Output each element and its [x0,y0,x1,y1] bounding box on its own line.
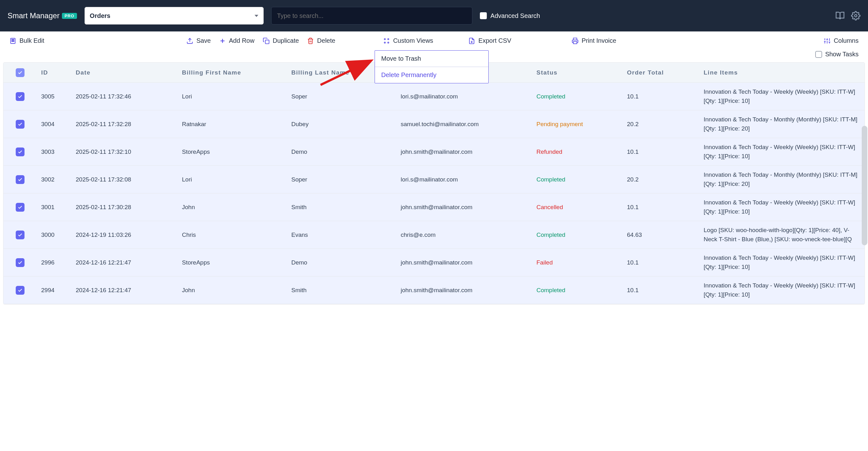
brand: Smart Manager PRO [7,11,77,20]
cell-status: Completed [532,176,623,183]
row-checkbox[interactable] [3,286,37,295]
show-tasks-toggle[interactable]: Show Tasks [815,51,859,58]
table-row[interactable]: 2996 2024-12-16 12:21:47 StoreApps Demo … [3,249,865,277]
table-row[interactable]: 2994 2024-12-16 12:21:47 John Smith john… [3,277,865,304]
chevron-down-icon [254,15,258,17]
cell-date: 2025-02-11 17:30:28 [71,204,178,211]
cell-lname: Evans [287,231,396,238]
bulk-edit-icon [9,37,16,44]
col-date[interactable]: Date [71,69,178,76]
cell-date: 2024-12-19 11:03:26 [71,231,178,238]
columns-button[interactable]: Columns [824,37,859,44]
cell-fname: Chris [178,231,287,238]
table-row[interactable]: 3004 2025-02-11 17:32:28 Ratnakar Dubey … [3,110,865,138]
cell-items: Logo [SKU: woo-hoodie-with-logo][Qty: 1]… [699,222,865,248]
cell-id: 2996 [37,259,71,266]
row-checkbox[interactable] [3,92,37,101]
cell-date: 2025-02-11 17:32:46 [71,93,178,100]
printer-icon [572,37,579,44]
svg-point-11 [388,42,389,43]
table-body: 3005 2025-02-11 17:32:46 Lori Soper lori… [3,83,865,304]
table-row[interactable]: 3002 2025-02-11 17:32:08 Lori Soper lori… [3,166,865,193]
scrollbar[interactable] [862,126,867,245]
cell-email: samuel.tochi@mailinator.com [396,121,532,128]
row-checkbox[interactable] [3,120,37,129]
table-row[interactable]: 3005 2025-02-11 17:32:46 Lori Soper lori… [3,83,865,110]
cell-lname: Demo [287,148,396,156]
delete-dropdown: Move to Trash Delete Permanently [375,50,489,83]
entity-select[interactable]: Orders [85,7,264,25]
cell-status: Completed [532,93,623,100]
cell-email: lori.s@mailinator.com [396,176,532,183]
cell-date: 2025-02-11 17:32:10 [71,148,178,156]
cell-status: Failed [532,259,623,266]
delete-button[interactable]: Delete [307,37,335,44]
trash-icon [307,37,314,44]
cell-date: 2024-12-16 12:21:47 [71,287,178,294]
col-status[interactable]: Status [532,69,623,76]
advanced-search-label: Advanced Search [491,11,540,21]
cell-id: 3003 [37,148,71,156]
gear-icon[interactable] [851,11,861,21]
row-checkbox[interactable] [3,258,37,267]
cell-fname: John [178,204,287,211]
svg-point-8 [384,38,385,39]
show-tasks-checkbox[interactable] [815,51,822,58]
orders-table: ID Date Billing First Name Billing Last … [3,62,865,305]
row-checkbox[interactable] [3,175,37,184]
table-row[interactable]: 3000 2024-12-19 11:03:26 Chris Evans chr… [3,221,865,249]
cell-fname: Ratnakar [178,121,287,128]
col-fname[interactable]: Billing First Name [178,69,287,76]
row-checkbox[interactable] [3,230,37,239]
select-all[interactable] [3,68,37,77]
svg-rect-7 [265,40,269,44]
svg-point-0 [855,15,857,17]
bulk-edit-button[interactable]: Bulk Edit [9,37,44,44]
cell-lname: Soper [287,93,396,100]
cell-date: 2024-12-16 12:21:47 [71,259,178,266]
save-icon [186,37,193,44]
cell-status: Cancelled [532,204,623,211]
cell-lname: Dubey [287,121,396,128]
col-total[interactable]: Order Total [623,69,699,76]
export-csv-button[interactable]: Export CSV [468,37,511,44]
docs-icon[interactable] [835,11,845,21]
plus-icon [219,37,226,44]
row-checkbox[interactable] [3,203,37,212]
cell-items: Innovation & Tech Today - Monthly (Month… [699,111,865,137]
print-invoice-button[interactable]: Print Invoice [572,37,616,44]
cell-status: Completed [532,287,623,294]
table-row[interactable]: 3001 2025-02-11 17:30:28 John Smith john… [3,193,865,221]
add-row-button[interactable]: Add Row [219,37,254,44]
svg-point-9 [388,38,389,39]
row-checkbox[interactable] [3,147,37,156]
cell-status: Pending payment [532,121,623,128]
cell-email: john.smith@mailinator.com [396,148,532,156]
cell-total: 10.1 [623,93,699,100]
cell-items: Innovation & Tech Today - Weekly (Weekly… [699,277,865,303]
brand-name: Smart Manager [7,11,59,20]
svg-point-10 [384,42,385,43]
advanced-search-checkbox[interactable] [480,12,487,19]
table-row[interactable]: 3003 2025-02-11 17:32:10 StoreApps Demo … [3,138,865,166]
cell-total: 10.1 [623,259,699,266]
cell-status: Completed [532,231,623,238]
duplicate-button[interactable]: Duplicate [263,37,299,44]
delete-permanently-item[interactable]: Delete Permanently [375,67,488,83]
cell-date: 2025-02-11 17:32:08 [71,176,178,183]
cell-total: 10.1 [623,148,699,156]
cell-id: 3005 [37,93,71,100]
cell-lname: Smith [287,287,396,294]
save-button[interactable]: Save [186,37,211,44]
cell-items: Innovation & Tech Today - Weekly (Weekly… [699,84,865,109]
search-input[interactable] [271,7,472,25]
cell-id: 3004 [37,121,71,128]
svg-rect-13 [573,41,577,44]
move-to-trash-item[interactable]: Move to Trash [375,51,488,67]
custom-views-button[interactable]: Custom Views [383,37,433,44]
cell-fname: Lori [178,176,287,183]
cell-items: Innovation & Tech Today - Weekly (Weekly… [699,194,865,220]
col-id[interactable]: ID [37,69,71,76]
advanced-search[interactable]: Advanced Search [480,11,540,21]
col-items[interactable]: Line Items [699,69,865,76]
